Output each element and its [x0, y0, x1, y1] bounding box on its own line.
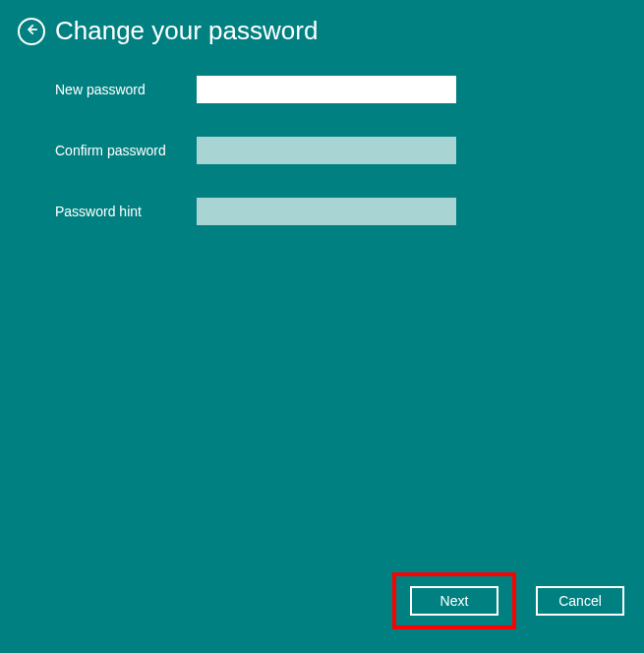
password-hint-row: Password hint	[55, 198, 644, 225]
cancel-button-wrap: Cancel	[536, 572, 624, 629]
next-button[interactable]: Next	[410, 586, 498, 616]
new-password-input[interactable]	[197, 76, 456, 103]
page-title: Change your password	[55, 16, 318, 46]
new-password-label: New password	[55, 82, 197, 97]
new-password-row: New password	[55, 76, 644, 103]
confirm-password-input[interactable]	[197, 137, 456, 164]
password-form: New password Confirm password Password h…	[0, 46, 644, 225]
back-arrow-icon	[25, 23, 38, 40]
back-button[interactable]	[18, 18, 45, 45]
confirm-password-row: Confirm password	[55, 137, 644, 164]
cancel-button[interactable]: Cancel	[536, 586, 624, 616]
button-bar: Next Cancel	[392, 572, 624, 629]
next-highlight-box: Next	[392, 572, 516, 629]
confirm-password-label: Confirm password	[55, 143, 197, 158]
password-hint-label: Password hint	[55, 204, 197, 219]
password-hint-input[interactable]	[197, 198, 456, 225]
page-header: Change your password	[0, 0, 644, 46]
